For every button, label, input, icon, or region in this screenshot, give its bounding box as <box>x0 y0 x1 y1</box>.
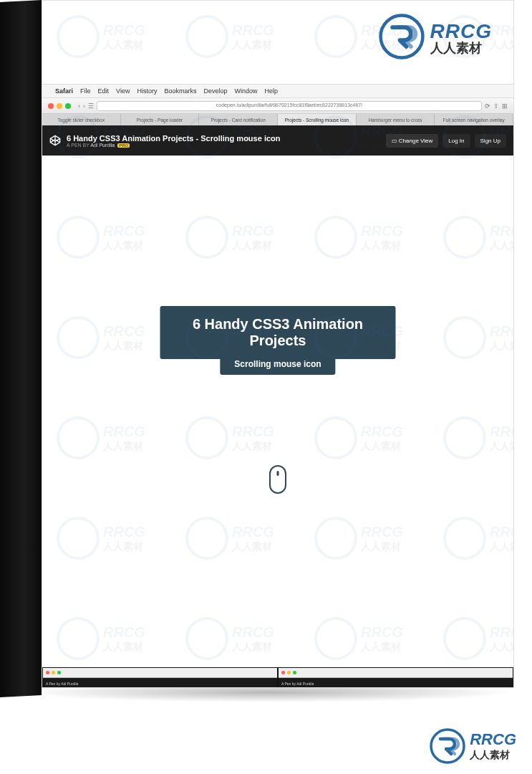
menu-view[interactable]: View <box>116 87 130 95</box>
brand-mark-icon <box>379 14 425 62</box>
box-front: RRCG 人人素材 Safari File Edit View History … <box>42 0 514 688</box>
top-brand-logo: RRCG 人人素材 <box>379 14 492 62</box>
menu-history[interactable]: History <box>137 87 157 95</box>
address-field[interactable]: codepen.io/adipurdila/full/8670215fcc81f… <box>97 101 482 111</box>
footer-brand-logo: RRCG 人人素材 <box>430 728 516 764</box>
mini-screenshot-right: A Pen by Adi Purdila HTML Untitled CSS .… <box>278 667 513 688</box>
thumbnail-strip: A Pen by Adi Purdila HTML Untitled CSS p… <box>42 667 513 688</box>
pen-preview-canvas: 6 Handy CSS3 Animation Projects Scrollin… <box>42 156 513 687</box>
sidebar-icon[interactable]: ☰ <box>88 102 94 110</box>
menu-bookmarks[interactable]: Bookmarks <box>164 87 196 95</box>
browser-toolbar: ‹ › ☰ codepen.io/adipurdila/full/8670215… <box>42 98 513 114</box>
back-icon[interactable]: ‹ <box>78 102 80 110</box>
maximize-window-icon[interactable] <box>65 103 71 109</box>
menu-develop[interactable]: Develop <box>203 87 227 95</box>
tab-card-notification[interactable]: Projects - Card notification <box>199 114 278 125</box>
box-spine <box>0 0 42 697</box>
tab-page-loader[interactable]: Projects - Page loader <box>121 114 200 125</box>
tab-scrolling-mouse[interactable]: Projects - Scrolling mouse icon <box>278 114 357 125</box>
mac-menu-bar: Safari File Edit View History Bookmarks … <box>42 84 513 98</box>
hero-card: 6 Handy CSS3 Animation Projects <box>160 306 396 359</box>
menu-app[interactable]: Safari <box>55 87 73 95</box>
minimize-window-icon[interactable] <box>57 103 62 109</box>
close-window-icon[interactable] <box>48 103 54 109</box>
hero-heading: 6 Handy CSS3 Animation Projects <box>179 316 377 349</box>
share-icon[interactable]: ⇪ <box>493 102 499 110</box>
pen-title: 6 Handy CSS3 Animation Projects - Scroll… <box>67 134 281 143</box>
hero-subtitle: Scrolling mouse icon <box>220 353 335 375</box>
traffic-lights <box>48 103 71 109</box>
forward-icon[interactable]: › <box>83 102 85 110</box>
login-button[interactable]: Log In <box>442 134 470 148</box>
codepen-header: 6 Handy CSS3 Animation Projects - Scroll… <box>42 125 513 156</box>
signup-button[interactable]: Sign Up <box>475 134 506 148</box>
brand-cn: 人人素材 <box>430 42 492 54</box>
footer-brand-en: RRCG <box>470 730 516 749</box>
mini-screenshot-left: A Pen by Adi Purdila HTML Untitled CSS p… <box>42 667 278 688</box>
tab-fullscreen-nav[interactable]: Full screen navigation overlay <box>435 114 513 125</box>
menu-help[interactable]: Help <box>264 87 278 95</box>
tab-hamburger[interactable]: Hamburger menu to cross <box>357 114 435 125</box>
pen-author[interactable]: Adi Purdila <box>90 143 115 148</box>
pro-badge: PRO <box>117 143 130 148</box>
change-view-button[interactable]: ▭ Change View <box>386 134 439 148</box>
codepen-logo-icon[interactable] <box>49 135 61 146</box>
tab-toggle-slider[interactable]: Toggle slider checkbox <box>42 114 121 125</box>
brand-en: RRCG <box>430 22 492 42</box>
tabs-icon[interactable]: ⊞ <box>502 102 508 110</box>
mouse-scroll-icon <box>269 465 286 494</box>
footer-brand-cn: 人人素材 <box>470 749 516 762</box>
pen-byline: A PEN BY Adi Purdila PRO <box>67 143 281 148</box>
browser-tabs: Toggle slider checkbox Projects - Page l… <box>42 114 513 125</box>
menu-file[interactable]: File <box>80 87 91 95</box>
menu-edit[interactable]: Edit <box>98 87 110 95</box>
reload-icon[interactable]: ⟳ <box>485 102 490 110</box>
menu-window[interactable]: Window <box>234 87 257 95</box>
